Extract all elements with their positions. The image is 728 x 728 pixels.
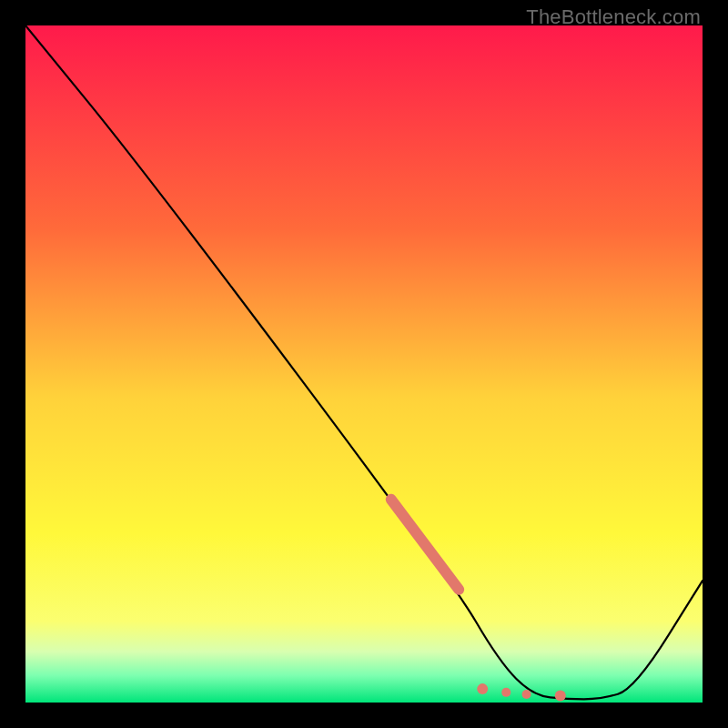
highlight-dot <box>555 691 566 702</box>
highlight-dot <box>522 690 531 699</box>
gradient-background <box>25 25 703 703</box>
chart-frame <box>25 25 703 703</box>
chart-svg <box>25 25 703 703</box>
highlight-dot <box>501 688 511 697</box>
watermark-text: TheBottleneck.com <box>526 5 701 29</box>
highlight-dot <box>477 683 488 694</box>
